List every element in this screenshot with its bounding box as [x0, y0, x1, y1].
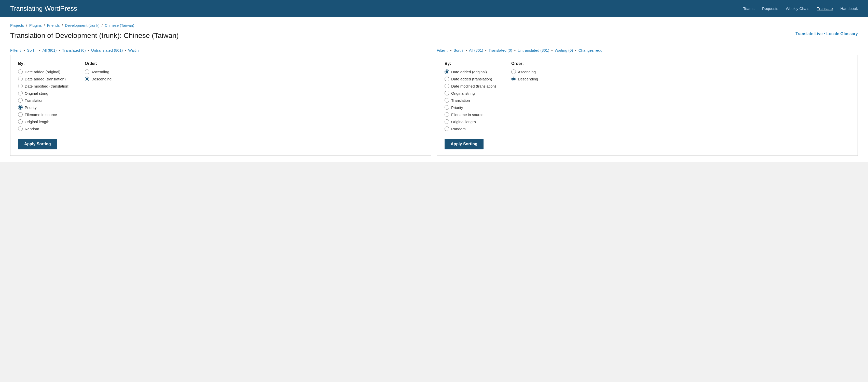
- right-changes-link[interactable]: Changes requ: [579, 48, 602, 53]
- left-filter-bar: Filter ↓ • Sort ↑ • All (801) • Translat…: [10, 45, 431, 53]
- right-order-ascending-radio[interactable]: [511, 69, 516, 74]
- right-untranslated-link[interactable]: Untranslated (801): [518, 48, 549, 53]
- right-filter-bar: Filter ↓ • Sort ↑ • All (801) • Translat…: [437, 45, 858, 53]
- right-by-date-added-translation-radio[interactable]: [444, 76, 449, 81]
- header-nav: Teams Requests Weekly Chats Translate Ha…: [743, 6, 858, 11]
- left-order-descending-radio[interactable]: [85, 76, 89, 81]
- page-title: Translation of Development (trunk): Chin…: [10, 32, 179, 40]
- right-by-original-length[interactable]: Original length: [444, 119, 496, 124]
- nav-requests[interactable]: Requests: [762, 6, 778, 11]
- breadcrumb-development[interactable]: Development (trunk): [65, 23, 99, 28]
- right-by-original-length-radio[interactable]: [444, 119, 449, 124]
- right-sort-panel: By: Date added (original) Date added (tr…: [437, 55, 858, 156]
- right-sort-link[interactable]: Sort ↑: [454, 48, 463, 53]
- left-by-date-added-original[interactable]: Date added (original): [18, 69, 69, 74]
- left-apply-sorting-button[interactable]: Apply Sorting: [18, 139, 57, 149]
- right-translated-link[interactable]: Translated (0): [489, 48, 512, 53]
- right-by-filename-in-source-radio[interactable]: [444, 112, 449, 117]
- left-order-section: Order: Ascending Descending: [85, 61, 112, 134]
- left-by-random[interactable]: Random: [18, 126, 69, 131]
- left-order-ascending[interactable]: Ascending: [85, 69, 112, 74]
- left-by-filename-in-source[interactable]: Filename in source: [18, 112, 69, 117]
- right-all-link[interactable]: All (801): [469, 48, 483, 53]
- left-all-link[interactable]: All (801): [42, 48, 57, 53]
- right-by-translation[interactable]: Translation: [444, 98, 496, 102]
- left-by-filename-in-source-radio[interactable]: [18, 112, 23, 117]
- left-sort-panel: By: Date added (original) Date added (tr…: [10, 55, 431, 156]
- right-order-label: Order:: [511, 61, 538, 66]
- left-by-random-radio[interactable]: [18, 126, 23, 131]
- left-order-ascending-radio[interactable]: [85, 69, 89, 74]
- breadcrumb-projects[interactable]: Projects: [10, 23, 24, 28]
- right-by-date-modified-translation[interactable]: Date modified (translation): [444, 84, 496, 88]
- title-actions: Translate Live • Locale Glossary: [796, 32, 858, 36]
- left-by-original-length[interactable]: Original length: [18, 119, 69, 124]
- breadcrumb-friends[interactable]: Friends: [47, 23, 60, 28]
- right-panel: Filter ↓ • Sort ↑ • All (801) • Translat…: [434, 45, 858, 156]
- main-content: Projects / Plugins / Friends / Developme…: [0, 17, 868, 162]
- right-by-section: By: Date added (original) Date added (tr…: [444, 61, 496, 134]
- right-apply-sorting-button[interactable]: Apply Sorting: [444, 139, 484, 149]
- right-by-random[interactable]: Random: [444, 126, 496, 131]
- left-by-date-modified-translation[interactable]: Date modified (translation): [18, 84, 69, 88]
- right-order-descending[interactable]: Descending: [511, 76, 538, 81]
- right-by-label: By:: [444, 61, 496, 66]
- left-by-label: By:: [18, 61, 69, 66]
- left-sort-link[interactable]: Sort ↑: [27, 48, 37, 53]
- left-translated-link[interactable]: Translated (0): [62, 48, 86, 53]
- left-by-original-length-radio[interactable]: [18, 119, 23, 124]
- right-order-ascending[interactable]: Ascending: [511, 69, 538, 74]
- right-filter-link[interactable]: Filter ↓: [437, 48, 448, 53]
- right-by-date-added-original-radio[interactable]: [444, 69, 449, 74]
- breadcrumb: Projects / Plugins / Friends / Developme…: [10, 23, 858, 28]
- right-by-priority-radio[interactable]: [444, 105, 449, 110]
- right-order-section: Order: Ascending Descending: [511, 61, 538, 134]
- panels-container: Filter ↓ • Sort ↑ • All (801) • Translat…: [10, 45, 858, 156]
- page-title-row: Translation of Development (trunk): Chin…: [10, 32, 858, 40]
- left-by-original-string[interactable]: Original string: [18, 91, 69, 95]
- right-by-date-added-original[interactable]: Date added (original): [444, 69, 496, 74]
- right-by-original-string[interactable]: Original string: [444, 91, 496, 95]
- left-order-label: Order:: [85, 61, 112, 66]
- nav-handbook[interactable]: Handbook: [840, 6, 858, 11]
- right-by-random-radio[interactable]: [444, 126, 449, 131]
- left-by-translation[interactable]: Translation: [18, 98, 69, 102]
- right-order-descending-radio[interactable]: [511, 76, 516, 81]
- translate-live-link[interactable]: Translate Live: [796, 32, 823, 36]
- left-order-descending[interactable]: Descending: [85, 76, 112, 81]
- right-sort-panel-inner: By: Date added (original) Date added (tr…: [444, 61, 850, 134]
- right-by-date-modified-translation-radio[interactable]: [444, 84, 449, 88]
- left-waitin-link[interactable]: Waitin: [128, 48, 138, 53]
- left-by-date-added-translation-radio[interactable]: [18, 76, 23, 81]
- locale-glossary-link[interactable]: Locale Glossary: [826, 32, 858, 36]
- left-by-priority[interactable]: Priority: [18, 105, 69, 110]
- left-by-date-modified-translation-radio[interactable]: [18, 84, 23, 88]
- actions-separator: •: [824, 32, 826, 36]
- right-by-translation-radio[interactable]: [444, 98, 449, 102]
- left-sort-panel-inner: By: Date added (original) Date added (tr…: [18, 61, 424, 134]
- right-by-date-added-translation[interactable]: Date added (translation): [444, 76, 496, 81]
- right-by-original-string-radio[interactable]: [444, 91, 449, 95]
- site-title: Translating WordPress: [10, 5, 77, 12]
- left-by-original-string-radio[interactable]: [18, 91, 23, 95]
- nav-teams[interactable]: Teams: [743, 6, 754, 11]
- nav-weekly-chats[interactable]: Weekly Chats: [786, 6, 809, 11]
- left-untranslated-link[interactable]: Untranslated (801): [91, 48, 123, 53]
- left-panel: Filter ↓ • Sort ↑ • All (801) • Translat…: [10, 45, 434, 156]
- right-waiting-link[interactable]: Waiting (0): [555, 48, 573, 53]
- left-by-date-added-original-radio[interactable]: [18, 69, 23, 74]
- breadcrumb-chinese-taiwan[interactable]: Chinese (Taiwan): [105, 23, 134, 28]
- right-by-priority[interactable]: Priority: [444, 105, 496, 110]
- left-by-translation-radio[interactable]: [18, 98, 23, 102]
- breadcrumb-plugins[interactable]: Plugins: [29, 23, 42, 28]
- site-header: Translating WordPress Teams Requests Wee…: [0, 0, 868, 17]
- left-by-priority-radio[interactable]: [18, 105, 23, 110]
- left-by-section: By: Date added (original) Date added (tr…: [18, 61, 69, 134]
- right-by-filename-in-source[interactable]: Filename in source: [444, 112, 496, 117]
- left-filter-link[interactable]: Filter ↓: [10, 48, 22, 53]
- left-by-date-added-translation[interactable]: Date added (translation): [18, 76, 69, 81]
- nav-translate[interactable]: Translate: [817, 6, 833, 11]
